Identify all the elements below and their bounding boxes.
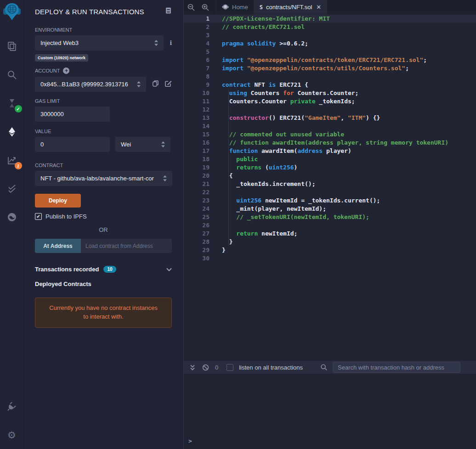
code-line[interactable]: 20 {	[184, 172, 476, 180]
compiled-check-badge: ✓	[15, 105, 22, 112]
code-line[interactable]: 27 return newItemId;	[184, 230, 476, 238]
value-input[interactable]	[35, 137, 110, 152]
code-line[interactable]: 23 uint256 newItemId = _tokenIds.current…	[184, 196, 476, 205]
chevron-down-icon[interactable]	[166, 268, 172, 271]
code-line[interactable]: 21 _tokenIds.increment();	[184, 180, 476, 188]
transactions-count-badge: 10	[103, 266, 116, 273]
select-caret-icon	[161, 141, 165, 147]
code-line[interactable]: 17 function awardItem(address player)	[184, 147, 476, 155]
select-caret-icon	[163, 175, 167, 181]
account-label: ACCOUNT	[35, 68, 60, 73]
code-line[interactable]: 1//SPDX-License-Identifier: MIT	[184, 15, 476, 23]
code-line[interactable]: 16 // function awardItem(address player,…	[184, 139, 476, 147]
code-line[interactable]: 30	[184, 254, 476, 263]
analysis-count-badge: 1	[15, 162, 22, 169]
no-instances-message: Currently you have no contract instances…	[35, 297, 172, 328]
code-line[interactable]: 5	[184, 48, 476, 56]
code-line[interactable]: 18 public	[184, 155, 476, 163]
listen-all-checkbox[interactable]	[227, 364, 233, 371]
code-lines: 1//SPDX-License-Identifier: MIT2// contr…	[184, 15, 476, 263]
deploy-button[interactable]: Deploy	[35, 194, 81, 208]
terminal-search-icon	[320, 364, 328, 371]
account-value: 0x845...B1aB3 (999992.3913716	[40, 81, 128, 88]
code-editor[interactable]: 1//SPDX-License-Identifier: MIT2// contr…	[184, 14, 476, 361]
gas-limit-input[interactable]	[35, 107, 110, 122]
code-line[interactable]: 11 Counters.Counter private _tokenIds;	[184, 97, 476, 106]
code-line[interactable]: 12	[184, 106, 476, 114]
tab-nft-sol[interactable]: S contracts/NFT.sol ✕	[254, 0, 328, 14]
collapse-terminal-icon[interactable]	[188, 364, 197, 371]
code-line[interactable]: 25 // _setTokenURI(newItemId, tokenURI);	[184, 213, 476, 221]
account-select[interactable]: 0x845...B1aB3 (999992.3913716	[35, 77, 146, 92]
zoom-out-icon[interactable]	[184, 0, 198, 14]
code-line[interactable]: 28 }	[184, 238, 476, 246]
terminal-output[interactable]: >	[184, 374, 476, 449]
editor-column: Home S contracts/NFT.sol ✕ 1//SPDX-Licen…	[184, 0, 476, 449]
code-line[interactable]: 3	[184, 31, 476, 39]
transactions-recorded-row[interactable]: Transactions recorded 10	[35, 266, 172, 273]
deploy-run-icon[interactable]	[3, 123, 21, 141]
value-unit: Wei	[121, 141, 131, 148]
home-logo-icon	[222, 4, 229, 11]
add-account-icon[interactable]: +	[63, 67, 69, 74]
contract-label: CONTRACT	[35, 163, 172, 168]
code-line[interactable]: 7import "@openzeppelin/contracts/utils/C…	[184, 64, 476, 73]
static-analysis-icon[interactable]: 1	[3, 151, 21, 169]
deployed-contracts-label: Deployed Contracts	[35, 281, 172, 287]
code-line[interactable]: 26	[184, 221, 476, 230]
zoom-in-icon[interactable]	[198, 0, 212, 14]
documentation-book-icon[interactable]	[165, 7, 172, 16]
environment-label: ENVIRONMENT	[35, 27, 172, 33]
tab-home[interactable]: Home	[216, 0, 254, 14]
code-line[interactable]: 15 // commented out unused variable	[184, 130, 476, 139]
code-line[interactable]: 2// contracts/ERC721.sol	[184, 23, 476, 31]
code-line[interactable]: 19 returns (uint256)	[184, 163, 476, 172]
contract-value: NFT - github/ava-labs/avalanche-smart-co…	[40, 175, 154, 182]
tab-bar: Home S contracts/NFT.sol ✕	[184, 0, 476, 14]
solidity-file-icon: S	[260, 4, 263, 11]
environment-value: Injected Web3	[40, 39, 79, 46]
environment-info-icon[interactable]: i	[170, 39, 172, 47]
or-divider: OR	[35, 226, 172, 233]
plugin-manager-icon[interactable]	[3, 397, 21, 415]
settings-gear-icon[interactable]: ⚙	[3, 426, 21, 444]
select-caret-icon	[137, 81, 141, 87]
file-explorer-icon[interactable]	[3, 37, 21, 56]
unit-testing-icon[interactable]	[3, 180, 21, 198]
clear-console-icon[interactable]	[201, 364, 210, 371]
code-line[interactable]: 6import "@openzeppelin/contracts/token/E…	[184, 56, 476, 64]
remix-logo[interactable]	[3, 2, 21, 22]
network-badge: Custom (10920) network	[35, 54, 88, 62]
copy-account-icon[interactable]	[152, 80, 159, 89]
terminal-search-input[interactable]	[333, 362, 460, 373]
tab-nft-sol-label: contracts/NFT.sol	[266, 4, 312, 11]
code-line[interactable]: 4pragma solidity >=0.6.2;	[184, 39, 476, 48]
code-line[interactable]: 9contract NFT is ERC721 {	[184, 81, 476, 89]
code-line[interactable]: 22	[184, 188, 476, 196]
sourcify-icon[interactable]	[3, 208, 21, 226]
remix-ide-window: ✓ 1 ⚙ DEPLOY & RUN TRANSACTIONS	[0, 0, 476, 449]
publish-ipfs-checkbox[interactable]	[35, 213, 42, 220]
code-line[interactable]: 13 constructor() ERC721("GameItem", "ITM…	[184, 114, 476, 122]
icon-panel: ✓ 1 ⚙	[0, 0, 24, 449]
environment-select[interactable]: Injected Web3	[35, 35, 164, 51]
select-caret-icon	[154, 40, 158, 46]
code-line[interactable]: 24 _mint(player, newItemId);	[184, 205, 476, 213]
code-line[interactable]: 8	[184, 73, 476, 81]
panel-title: DEPLOY & RUN TRANSACTIONS	[35, 8, 144, 16]
solidity-compiler-icon[interactable]: ✓	[3, 94, 21, 112]
value-unit-select[interactable]: Wei	[115, 137, 170, 152]
code-line[interactable]: 14	[184, 122, 476, 130]
contract-select[interactable]: NFT - github/ava-labs/avalanche-smart-co…	[35, 171, 172, 186]
terminal-toolbar: 0 listen on all transactions	[184, 361, 476, 374]
search-icon[interactable]	[3, 66, 21, 84]
close-tab-icon[interactable]: ✕	[316, 4, 321, 11]
edit-account-icon[interactable]	[164, 80, 172, 89]
code-line[interactable]: 29}	[184, 246, 476, 254]
at-address-input[interactable]	[81, 239, 172, 253]
terminal-prompt: >	[188, 438, 192, 444]
at-address-button[interactable]: At Address	[35, 239, 81, 253]
publish-ipfs-label: Publish to IPFS	[45, 213, 87, 220]
deploy-run-panel: DEPLOY & RUN TRANSACTIONS ENVIRONMENT In…	[24, 0, 184, 449]
code-line[interactable]: 10 using Counters for Counters.Counter;	[184, 89, 476, 97]
